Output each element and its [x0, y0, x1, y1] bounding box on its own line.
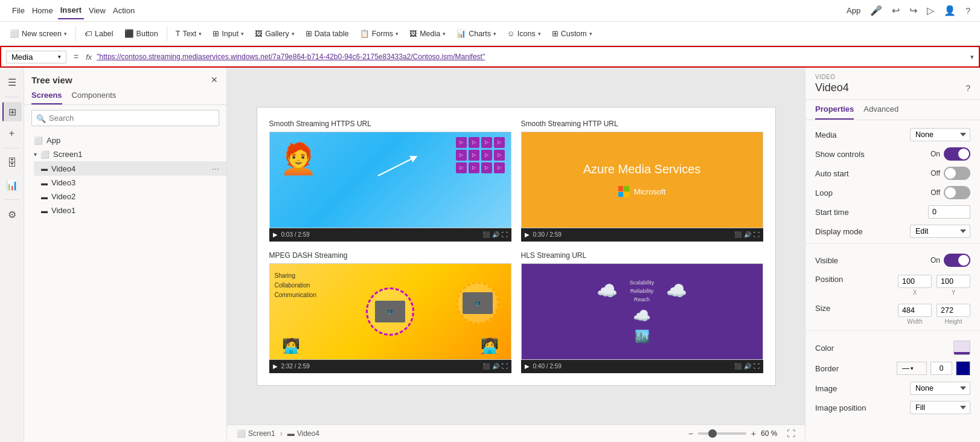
fullscreen-icon-4[interactable]: ⛶ [754, 363, 760, 370]
fullscreen-icon-2[interactable]: ⛶ [754, 231, 760, 238]
video-thumb-4[interactable]: ☁️ Scalability Reliability Reach ☁️ ☁️ [521, 263, 763, 360]
video-thumb-1[interactable]: 🧑‍🦰 ▷ ▷ ▷ [269, 132, 511, 228]
rp-pos-y-input[interactable] [937, 275, 970, 288]
cc-icon-3[interactable]: ⬛ [482, 363, 490, 370]
hamburger-button[interactable]: ☰ [2, 72, 22, 92]
video-controls-3[interactable]: ▶ 2:32 / 2:59 ⬛ 🔊 ⛶ [269, 360, 511, 373]
play-button-4[interactable]: ▶ [525, 363, 530, 370]
formula-url[interactable]: "https://contoso.streaming.mediaservices… [97, 53, 966, 61]
forms-button[interactable]: 📋 Forms ▾ [355, 27, 403, 40]
rp-color-swatch[interactable] [953, 341, 970, 355]
cc-icon-2[interactable]: ⬛ [734, 231, 741, 238]
rp-help-icon[interactable]: ? [966, 83, 970, 93]
menu-view[interactable]: View [86, 2, 108, 19]
zoom-slider[interactable] [698, 432, 746, 435]
rp-border-style-select[interactable]: — ▾ [897, 362, 927, 375]
tree-item-app[interactable]: ⬜ App [24, 133, 226, 147]
breadcrumb-screen1[interactable]: ⬜ Screen1 [237, 429, 275, 438]
video-controls-1[interactable]: ▶ 0:03 / 2:59 ⬛ 🔊 ⛶ [269, 228, 511, 242]
menu-home[interactable]: Home [30, 2, 56, 19]
tree-item-video2[interactable]: ▬ Video2 [34, 190, 226, 203]
rp-loop-toggle[interactable] [944, 186, 970, 199]
tab-screens[interactable]: Screens [31, 91, 62, 104]
account-icon[interactable]: 👤 [944, 5, 956, 16]
cc-icon-1[interactable]: ⬛ [482, 231, 490, 238]
rp-pos-x-input[interactable] [898, 275, 932, 288]
breadcrumb-video4[interactable]: ▬ Video4 [287, 429, 319, 438]
rp-display-mode-select[interactable]: Edit View [910, 225, 970, 238]
custom-button[interactable]: ⊞ Custom ▾ [547, 27, 597, 40]
video-controls-4[interactable]: ▶ 0:40 / 2:59 ⬛ 🔊 ⛶ [521, 360, 763, 373]
fullscreen-icon-3[interactable]: ⛶ [502, 363, 508, 370]
tree-item-video4[interactable]: ▬ Video4 ··· [34, 161, 226, 176]
rp-image-select[interactable]: None [910, 382, 970, 395]
icons-button[interactable]: ☺ Icons ▾ [502, 27, 546, 40]
rp-media-select[interactable]: None [910, 128, 970, 141]
input-button[interactable]: ⊞ Input ▾ [208, 27, 249, 40]
close-panel-button[interactable]: ✕ [210, 74, 219, 86]
database-button[interactable]: 🗄 [2, 153, 22, 173]
rp-image-position-select[interactable]: Fill Fit Stretch Tile Center [910, 401, 970, 414]
video-controls-2[interactable]: ▶ 0:30 / 2:59 ⬛ 🔊 ⛶ [521, 228, 763, 242]
rp-visible-toggle[interactable] [944, 254, 970, 267]
menu-action[interactable]: Action [110, 2, 137, 19]
video-thumb-3[interactable]: SharingCollaborationCommunication 📺 📺 🧑‍… [269, 263, 511, 360]
rp-size-width-input[interactable] [898, 304, 932, 317]
rp-border-color-swatch[interactable] [956, 361, 970, 376]
rp-row-visible: Visible On [805, 251, 980, 270]
video4-more-icon[interactable]: ··· [212, 164, 219, 173]
rp-start-time-input[interactable] [928, 205, 970, 219]
text-button[interactable]: T Text ▾ [171, 27, 207, 40]
menu-insert[interactable]: Insert [58, 2, 84, 19]
gallery-button[interactable]: 🖼 Gallery ▾ [250, 27, 299, 40]
play-icon[interactable]: ▷ [927, 5, 934, 16]
app-icon: ⬜ [34, 136, 43, 145]
cc-icon-4[interactable]: ⬛ [734, 363, 741, 370]
volume-icon-4[interactable]: 🔊 [744, 363, 751, 370]
search-input[interactable] [31, 110, 219, 126]
data-table-button[interactable]: ⊞ Data table [301, 27, 354, 40]
menu-file[interactable]: File [10, 2, 27, 19]
rp-border-width-input[interactable] [930, 362, 952, 375]
volume-icon-3[interactable]: 🔊 [492, 363, 499, 370]
redo-icon[interactable]: ↪ [909, 5, 917, 16]
chart-strip-button[interactable]: 📊 [2, 175, 22, 194]
volume-icon-1[interactable]: 🔊 [492, 231, 499, 238]
rp-size-height-input[interactable] [937, 304, 970, 317]
play-button-2[interactable]: ▶ [525, 231, 530, 238]
help-icon[interactable]: ? [966, 6, 970, 16]
tree-item-screen1[interactable]: ▾ ⬜ Screen1 [24, 147, 226, 161]
fx-button[interactable]: fx [86, 53, 92, 62]
label-button[interactable]: 🏷 Label [80, 27, 118, 40]
rp-tab-properties[interactable]: Properties [815, 100, 854, 120]
settings-button[interactable]: ⚙ [2, 205, 22, 224]
play-button-3[interactable]: ▶ [273, 363, 278, 370]
input-icon: ⊞ [213, 29, 219, 38]
fullscreen-icon-1[interactable]: ⛶ [502, 231, 508, 238]
undo-icon[interactable]: ↩ [892, 5, 900, 16]
formula-expand-icon[interactable]: ▾ [970, 53, 974, 61]
button-button[interactable]: ⬛ Button [120, 27, 163, 40]
play-button-1[interactable]: ▶ [273, 231, 278, 238]
zoom-in-button[interactable]: + [751, 429, 756, 438]
tree-item-video3[interactable]: ▬ Video3 [34, 176, 226, 190]
video-thumb-2[interactable]: Azure Media Services Microsoft [521, 132, 763, 228]
formula-selector[interactable]: Media ▾ [6, 51, 66, 63]
zoom-out-button[interactable]: − [688, 429, 693, 438]
media-button[interactable]: 🖼 Media ▾ [405, 27, 450, 40]
rp-show-controls-toggle[interactable] [944, 147, 970, 161]
rp-auto-start-toggle[interactable] [944, 167, 970, 180]
volume-icon-2[interactable]: 🔊 [744, 231, 751, 238]
fit-to-screen-button[interactable]: ⛶ [787, 429, 795, 438]
rp-tab-advanced[interactable]: Advanced [863, 100, 898, 120]
tab-components[interactable]: Components [72, 91, 117, 104]
rp-row-start-time: Start time [805, 202, 980, 222]
charts-button[interactable]: 📊 Charts ▾ [452, 27, 501, 40]
rp-image-position-label: Image position [815, 403, 910, 412]
layers-button[interactable]: ⊞ [2, 102, 22, 121]
add-button[interactable]: + [2, 124, 22, 143]
canvas-frame[interactable]: Smooth Streaming HTTPS URL 🧑‍🦰 [257, 107, 776, 386]
microphone-icon[interactable]: 🎤 [870, 5, 882, 16]
tree-item-video1[interactable]: ▬ Video1 [34, 203, 226, 217]
new-screen-button[interactable]: ⬜ New screen ▾ [5, 27, 72, 40]
